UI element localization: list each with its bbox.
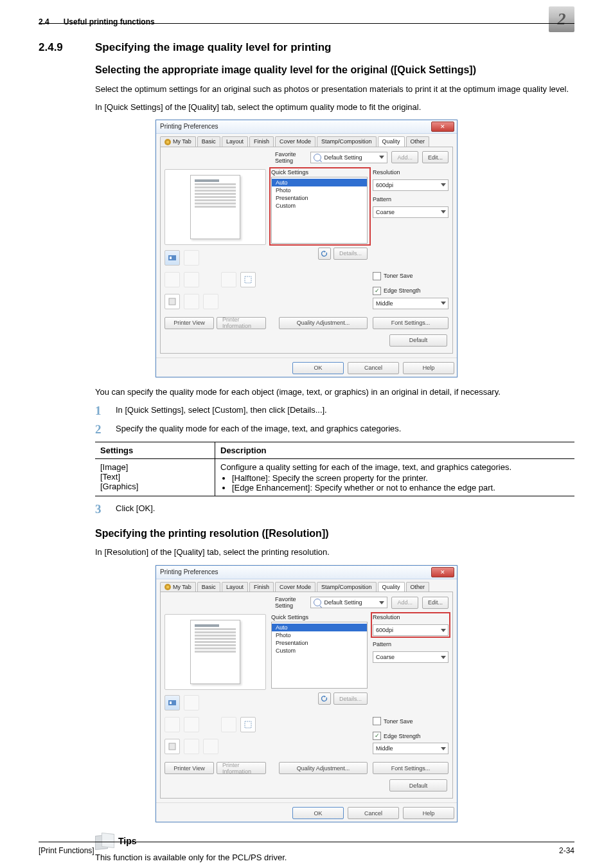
chevron-down-icon (379, 601, 384, 604)
list-item[interactable]: Auto (272, 624, 367, 631)
table-cell-settings: [Image] [Text] [Graphics] (95, 458, 215, 496)
svg-rect-6 (245, 721, 251, 728)
table-header-settings: Settings (95, 442, 215, 458)
view-icon[interactable] (164, 250, 180, 266)
header-section: 2.4 (39, 17, 49, 26)
close-icon[interactable]: ✕ (431, 567, 454, 577)
svg-rect-5 (170, 701, 172, 704)
edge-strength-checkbox[interactable] (373, 732, 381, 740)
printer-information-button[interactable]: Printer Information (217, 762, 266, 774)
toner-save-checkbox[interactable] (373, 272, 381, 280)
list-item[interactable]: Presentation (272, 639, 367, 647)
quick-settings-list[interactable]: Auto Photo Presentation Custom (271, 622, 368, 689)
favorite-setting-label: Favorite Setting (275, 151, 306, 164)
quality-adjustment-button[interactable]: Quality Adjustment... (279, 762, 368, 774)
view-icon[interactable] (164, 695, 180, 710)
icon (184, 717, 199, 732)
highlight-quick-settings (269, 167, 371, 246)
icon (184, 250, 199, 266)
tab-stamp[interactable]: Stamp/Composition (317, 582, 377, 592)
favorite-setting-select[interactable]: Default Setting (310, 152, 387, 163)
icon (184, 695, 199, 710)
header-title: Useful printing functions (64, 17, 155, 26)
tab-stamp[interactable]: Stamp/Composition (317, 136, 377, 147)
search-icon (314, 154, 321, 161)
pattern-select[interactable]: Coarse (373, 206, 449, 218)
icon[interactable] (164, 294, 180, 309)
favorite-setting-label: Favorite Setting (275, 596, 306, 609)
search-icon (314, 599, 321, 606)
default-button[interactable]: Default (389, 334, 447, 347)
ok-button[interactable]: OK (292, 362, 344, 374)
icon[interactable] (164, 739, 180, 754)
reset-icon[interactable] (318, 248, 331, 260)
edit-button[interactable]: Edit... (422, 597, 449, 609)
tab-layout[interactable]: Layout (222, 582, 248, 592)
chevron-down-icon (441, 656, 446, 659)
printing-preferences-dialog-2: Printing Preferences ✕ My Tab Basic Layo… (155, 565, 458, 823)
icon[interactable] (240, 272, 256, 287)
tab-mytab[interactable]: My Tab (160, 136, 196, 147)
favorite-setting-value: Default Setting (324, 599, 362, 606)
tab-other[interactable]: Other (406, 136, 430, 147)
pattern-select[interactable]: Coarse (373, 651, 449, 663)
add-button[interactable]: Add... (391, 597, 418, 609)
toner-save-checkbox[interactable] (373, 717, 381, 725)
subheading-quick-settings: Selecting the appropriate image quality … (95, 63, 574, 77)
list-item[interactable]: Photo (272, 631, 367, 639)
step-text: Specify the quality mode for each of the… (116, 423, 401, 435)
edge-strength-select[interactable]: Middle (373, 298, 449, 309)
footer-left: [Print Functions] (39, 846, 94, 855)
ok-button[interactable]: OK (292, 807, 344, 819)
tab-quality[interactable]: Quality (378, 136, 405, 147)
heading-title: Specifying the image quality level for p… (95, 41, 331, 54)
quality-adjustment-button[interactable]: Quality Adjustment... (279, 317, 368, 329)
pattern-label: Pattern (373, 641, 449, 647)
favorite-setting-select[interactable]: Default Setting (310, 597, 387, 608)
step-text: In [Quick Settings], select [Custom], th… (116, 404, 327, 416)
font-settings-button[interactable]: Font Settings... (373, 762, 449, 774)
tab-basic[interactable]: Basic (197, 582, 220, 592)
tab-cover-mode[interactable]: Cover Mode (275, 136, 315, 147)
add-button[interactable]: Add... (391, 151, 418, 163)
tab-basic[interactable]: Basic (197, 136, 220, 147)
font-settings-button[interactable]: Font Settings... (373, 317, 449, 329)
edit-button[interactable]: Edit... (422, 151, 449, 163)
default-button[interactable]: Default (389, 779, 447, 791)
printer-view-button[interactable]: Printer View (164, 317, 214, 329)
cancel-button[interactable]: Cancel (348, 807, 399, 819)
footer-page-number: 2-34 (559, 846, 574, 855)
tab-layout[interactable]: Layout (222, 136, 248, 147)
tab-mytab[interactable]: My Tab (160, 582, 196, 592)
page-preview (164, 169, 266, 245)
edge-strength-label: Edge Strength (384, 733, 421, 739)
icon[interactable] (240, 717, 256, 732)
reset-icon[interactable] (318, 692, 331, 705)
printer-information-button[interactable]: Printer Information (217, 317, 266, 329)
icon (164, 272, 180, 287)
resolution-select[interactable]: 600dpi (373, 179, 449, 191)
icon (184, 272, 199, 287)
tab-other[interactable]: Other (406, 582, 430, 592)
paragraph: In [Resolution] of the [Quality] tab, se… (95, 547, 574, 558)
svg-rect-1 (170, 257, 172, 259)
details-button[interactable]: Details... (333, 248, 368, 260)
edge-strength-checkbox[interactable] (373, 287, 381, 295)
cancel-button[interactable]: Cancel (348, 362, 399, 374)
icon (221, 272, 236, 287)
tab-cover-mode[interactable]: Cover Mode (275, 582, 315, 592)
printer-view-button[interactable]: Printer View (164, 762, 214, 774)
tab-finish[interactable]: Finish (249, 136, 274, 147)
table-header-description: Description (215, 442, 575, 458)
pattern-label: Pattern (373, 196, 449, 203)
gear-icon (164, 584, 171, 590)
help-button[interactable]: Help (403, 362, 454, 374)
icon (203, 739, 218, 754)
details-button[interactable]: Details... (333, 692, 368, 705)
tab-finish[interactable]: Finish (249, 582, 274, 592)
close-icon[interactable]: ✕ (431, 122, 454, 132)
edge-strength-select[interactable]: Middle (373, 743, 449, 754)
tab-quality[interactable]: Quality (378, 582, 405, 592)
help-button[interactable]: Help (403, 807, 454, 819)
list-item[interactable]: Custom (272, 647, 367, 655)
